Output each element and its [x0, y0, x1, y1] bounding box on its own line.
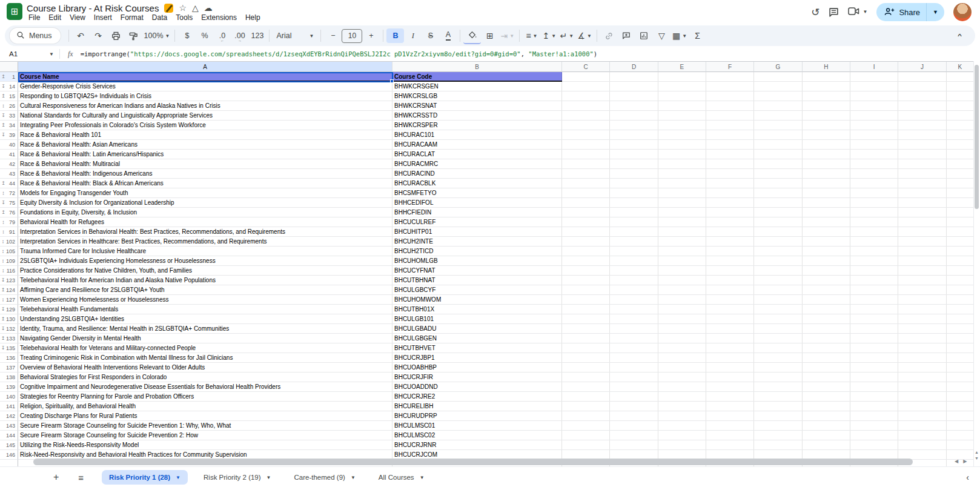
- cell-course-code[interactable]: BHCURAC101: [392, 130, 562, 140]
- scroll-right-icon[interactable]: ▶: [963, 459, 967, 464]
- unhide-rows-icon[interactable]: ↨: [0, 230, 7, 234]
- cell-course-name[interactable]: National Standards for Culturally and Li…: [18, 111, 392, 121]
- cell-course-name[interactable]: Race & Behavioral Health 101: [18, 130, 392, 140]
- insert-chart-button[interactable]: [635, 28, 653, 43]
- column-header-c[interactable]: C: [562, 62, 610, 72]
- chevron-down-icon[interactable]: ▼: [176, 475, 180, 480]
- bold-button[interactable]: B: [386, 28, 404, 43]
- all-sheets-button[interactable]: ≡: [78, 473, 84, 482]
- cell-course-code[interactable]: BHCUOABHBP: [392, 363, 562, 373]
- text-rotation-button[interactable]: ∡▼: [575, 28, 593, 43]
- font-size-input[interactable]: 10: [342, 29, 362, 43]
- row-header-130[interactable]: ↥130: [0, 314, 18, 324]
- menu-view[interactable]: View: [65, 13, 90, 23]
- cell-course-code[interactable]: BHWKCRSSTD: [392, 111, 562, 121]
- unhide-rows-icon[interactable]: ↥: [0, 94, 7, 99]
- column-header-k[interactable]: K: [947, 62, 974, 72]
- menu-extensions[interactable]: Extensions: [197, 13, 241, 23]
- cell-course-code[interactable]: BHCUCRJBP1: [392, 353, 562, 363]
- cell-course-code[interactable]: BHWKCRSNAT: [392, 101, 562, 111]
- cell-course-code[interactable]: BHCUOADDND: [392, 382, 562, 392]
- row-header-15[interactable]: ↥15: [0, 91, 18, 101]
- insert-link-button[interactable]: [600, 28, 618, 43]
- cell-course-name[interactable]: 2SLGBTQIA+ Individuals Experiencing Home…: [18, 256, 392, 266]
- decrease-font-size-button[interactable]: −: [324, 28, 342, 43]
- format-percent-button[interactable]: %: [196, 28, 213, 43]
- cell-course-code[interactable]: BHCUTBH01X: [392, 305, 562, 314]
- unhide-rows-icon[interactable]: ↥: [0, 123, 7, 128]
- column-header-e[interactable]: E: [658, 62, 706, 72]
- menu-insert[interactable]: Insert: [90, 13, 116, 23]
- cell-course-code[interactable]: BHWKCRSLGB: [392, 91, 562, 101]
- cell-course-code[interactable]: BHCURUDPRP: [392, 411, 562, 421]
- chevron-down-icon[interactable]: ▼: [351, 475, 356, 480]
- filter-button[interactable]: ▽: [653, 28, 670, 43]
- table-views-button[interactable]: ▦▼: [670, 28, 689, 43]
- unhide-rows-icon[interactable]: ↨: [0, 191, 7, 196]
- toolbar-collapse-button[interactable]: ^: [958, 32, 970, 39]
- undo-button[interactable]: ↶: [72, 28, 90, 43]
- menu-help[interactable]: Help: [241, 13, 265, 23]
- insert-comment-button[interactable]: [618, 28, 635, 43]
- column-header-j[interactable]: J: [898, 62, 946, 72]
- borders-button[interactable]: ⊞: [481, 28, 498, 43]
- horizontal-align-button[interactable]: ≡▼: [523, 28, 540, 43]
- scroll-down-icon[interactable]: ▼: [975, 456, 979, 462]
- fill-color-button[interactable]: [463, 28, 481, 44]
- cell-course-code[interactable]: BHCURACAAM: [392, 140, 562, 150]
- cell-course-code[interactable]: BHCUTBHNAT: [392, 276, 562, 285]
- cell-course-name[interactable]: Trauma Informed Care for Inclusive Healt…: [18, 247, 392, 256]
- chevron-down-icon[interactable]: ▼: [267, 475, 271, 480]
- unhide-rows-icon[interactable]: ↥: [0, 210, 7, 215]
- unhide-rows-icon[interactable]: ↨: [0, 249, 6, 254]
- chevron-down-icon[interactable]: ▼: [49, 51, 54, 57]
- cell-course-code[interactable]: BHHCEDIFOL: [392, 198, 562, 208]
- cell-course-code[interactable]: BHCURACBLK: [392, 179, 562, 188]
- row-header-1[interactable]: ↥1: [0, 72, 18, 82]
- unhide-rows-icon[interactable]: ↧: [0, 326, 6, 331]
- cell-course-name[interactable]: Utilizing the Risk-Needs-Responsivity Mo…: [18, 440, 392, 450]
- row-header-135[interactable]: ↧135: [0, 343, 18, 353]
- print-button[interactable]: [107, 28, 125, 43]
- unhide-rows-icon[interactable]: ↥: [0, 336, 6, 341]
- menu-file[interactable]: File: [24, 13, 44, 23]
- column-header-b[interactable]: B: [392, 62, 562, 72]
- row-header-39[interactable]: ↧39: [0, 130, 18, 140]
- cell-course-name[interactable]: Models for Engaging Transgender Youth: [18, 188, 392, 198]
- cell-course-name[interactable]: Integrating Peer Professionals in Colora…: [18, 121, 392, 130]
- menu-edit[interactable]: Edit: [44, 13, 65, 23]
- unhide-rows-icon[interactable]: ↧: [0, 200, 7, 205]
- row-header-144[interactable]: 144: [0, 431, 18, 440]
- unhide-rows-icon[interactable]: ↧: [0, 84, 7, 89]
- row-header-105[interactable]: ↨105: [0, 247, 18, 256]
- unhide-rows-icon[interactable]: ↥: [0, 181, 7, 186]
- cell-course-code[interactable]: BHWKCRSGEN: [392, 82, 562, 91]
- cell-course-name[interactable]: Equity Diversity & Inclusion for Organiz…: [18, 198, 392, 208]
- cell-course-name[interactable]: Telebehavioral Health Fundamentals: [18, 305, 392, 314]
- unhide-rows-icon[interactable]: ↨: [0, 220, 7, 225]
- row-header-44[interactable]: ↥44: [0, 179, 18, 188]
- row-header-132[interactable]: ↧132: [0, 324, 18, 334]
- menu-data[interactable]: Data: [148, 13, 171, 23]
- cell-course-name[interactable]: Interpretation Services in Behavioral He…: [18, 227, 392, 237]
- cell-course-code[interactable]: BHCULMSC01: [392, 421, 562, 431]
- name-box[interactable]: A1 ▼: [0, 50, 59, 58]
- row-header-43[interactable]: 43: [0, 169, 18, 179]
- row-header-138[interactable]: 138: [0, 373, 18, 382]
- row-header-140[interactable]: 140: [0, 392, 18, 402]
- cell-course-name[interactable]: Secure Firearm Storage Counseling for Su…: [18, 421, 392, 431]
- decrease-decimals-button[interactable]: .0←: [213, 28, 231, 43]
- cell-course-name[interactable]: Affirming Care and Resilience for 2SLGBT…: [18, 285, 392, 295]
- font-family-select[interactable]: Arial▼: [273, 28, 317, 43]
- unhide-rows-icon[interactable]: ↥: [0, 75, 7, 79]
- cell-course-name[interactable]: Strategies for Reentry Planning for Paro…: [18, 392, 392, 402]
- vertical-scrollbar-thumb[interactable]: [975, 65, 979, 209]
- functions-button[interactable]: Σ: [689, 28, 706, 43]
- unhide-rows-icon[interactable]: ↥: [0, 288, 6, 293]
- cell-course-name[interactable]: Navigating Gender Diversity in Mental He…: [18, 334, 392, 343]
- cell-course-name[interactable]: Cognitive Impairment and Neurodegenerati…: [18, 382, 392, 392]
- formula-input[interactable]: =importrange("https://docs.google.com/sp…: [81, 50, 597, 58]
- chevron-down-icon[interactable]: ▼: [420, 475, 425, 480]
- row-header-129[interactable]: ↧129: [0, 305, 18, 314]
- cell-course-name[interactable]: Secure Firearm Storage Counseling for Su…: [18, 431, 392, 440]
